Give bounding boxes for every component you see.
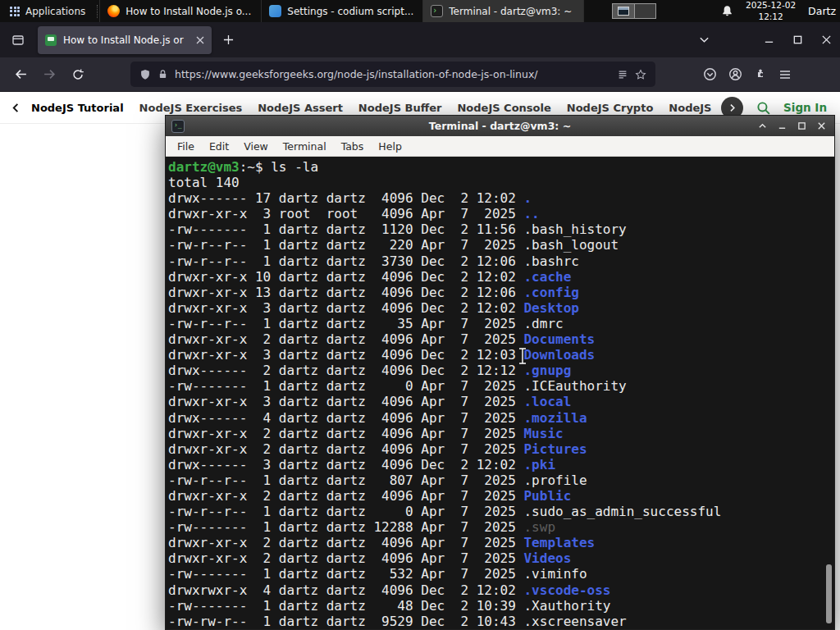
- sign-in-button[interactable]: Sign In: [783, 101, 827, 114]
- toolbar-right-icons: [703, 67, 792, 81]
- mini-window-icon: [618, 7, 629, 16]
- clock-time: 12:12: [746, 11, 796, 22]
- terminal-menu-file[interactable]: File: [171, 138, 201, 155]
- account-icon[interactable]: [728, 67, 742, 81]
- nav-item-5[interactable]: NodeJS Crypto: [567, 102, 654, 114]
- user-menu[interactable]: Dartz: [808, 5, 836, 17]
- terminal-menu-terminal[interactable]: Terminal: [276, 138, 333, 155]
- terminal-menu-tabs[interactable]: Tabs: [335, 138, 371, 155]
- window-maximize-button[interactable]: [792, 34, 803, 45]
- search-icon[interactable]: [756, 100, 771, 116]
- pocket-icon[interactable]: [703, 67, 717, 81]
- taskbar-item[interactable]: How to Install Node.js o...: [99, 0, 261, 22]
- taskbar: How to Install Node.js o...Settings - co…: [99, 0, 584, 22]
- tab-favicon: [45, 34, 57, 46]
- clock-date: 2025-12-02: [746, 0, 796, 11]
- nav-scroll-left-icon[interactable]: [11, 103, 21, 113]
- terminal-output[interactable]: dartz@vm3:~$ ls -latotal 140drwx------ 1…: [166, 157, 834, 629]
- tab-close-icon[interactable]: [196, 36, 204, 44]
- notification-bell-icon[interactable]: [721, 5, 733, 17]
- workspace-switcher[interactable]: [612, 3, 656, 19]
- top-panel: Applications How to Install Node.js o...…: [0, 0, 840, 22]
- terminal-line: drwxr-xr-x 3 dartz dartz 4096 Dec 2 12:0…: [168, 347, 834, 363]
- bookmark-star-icon[interactable]: [635, 69, 646, 80]
- terminal-window: Terminal - dartz@vm3: ~ FileEditViewTerm…: [165, 115, 835, 630]
- terminal-line: -rw-r--r-- 1 dartz dartz 807 Apr 7 2025 …: [168, 472, 834, 488]
- terminal-minimize-button[interactable]: [776, 120, 788, 132]
- terminal-line: drwxr-xr-x 3 root root 4096 Apr 7 2025 .…: [168, 206, 834, 221]
- terminal-line: drwxr-xr-x 3 dartz dartz 4096 Apr 7 2025…: [168, 394, 834, 409]
- firefox-icon: [107, 5, 120, 17]
- browser-tab[interactable]: How to Install Node.js or: [38, 26, 212, 54]
- terminal-line: -rw------- 1 dartz dartz 532 Apr 7 2025 …: [168, 566, 834, 582]
- vscodium-icon: [269, 5, 281, 17]
- terminal-maximize-button[interactable]: [796, 120, 808, 132]
- taskbar-item[interactable]: Settings - codium script...: [261, 0, 422, 22]
- site-nav-items: NodeJS TutorialNodeJS ExercisesNodeJS As…: [31, 102, 714, 114]
- nav-item-6[interactable]: NodeJS DNS: [669, 102, 714, 114]
- terminal-line: total 140: [168, 175, 834, 190]
- new-tab-button[interactable]: [223, 34, 234, 45]
- workspace-1[interactable]: [613, 4, 634, 18]
- reload-button[interactable]: [66, 62, 90, 87]
- terminal-window-buttons: [756, 120, 834, 132]
- forward-button[interactable]: [37, 62, 62, 87]
- terminal-line: -rw-r--r-- 1 dartz dartz 35 Apr 7 2025 .…: [168, 316, 834, 331]
- shield-icon[interactable]: [139, 69, 151, 80]
- applications-icon: [10, 7, 20, 16]
- terminal-line: dartz@vm3:~$ ls -la: [168, 159, 834, 175]
- window-minimize-button[interactable]: [764, 34, 774, 45]
- workspace-2[interactable]: [634, 4, 655, 18]
- back-button[interactable]: [8, 62, 33, 87]
- nav-item-0[interactable]: NodeJS Tutorial: [31, 102, 124, 114]
- extensions-icon[interactable]: [754, 68, 767, 81]
- terminal-line: drwx------ 3 dartz dartz 4096 Dec 2 12:0…: [168, 457, 834, 472]
- terminal-line: drwxr-xr-x 13 dartz dartz 4096 Dec 2 12:…: [168, 285, 834, 300]
- terminal-line: -rw-r--r-- 1 dartz dartz 0 Apr 7 2025 .s…: [168, 504, 834, 519]
- panel-separator: [97, 5, 98, 18]
- nav-item-4[interactable]: NodeJS Console: [457, 102, 550, 114]
- terminal-title: Terminal - dartz@vm3: ~: [166, 120, 834, 132]
- terminal-line: -rw------- 1 dartz dartz 48 Dec 2 10:39 …: [168, 598, 834, 614]
- lock-icon[interactable]: [158, 69, 168, 80]
- list-tabs-icon[interactable]: [699, 34, 710, 45]
- clock[interactable]: 2025-12-02 12:12: [746, 0, 796, 21]
- panel-right: 2025-12-02 12:12 Dartz: [721, 0, 840, 21]
- terminal-line: -rw-rw-r-- 1 dartz dartz 9529 Dec 2 10:4…: [168, 614, 834, 629]
- terminal-line: drwxr-xr-x 2 dartz dartz 4096 Apr 7 2025…: [168, 441, 834, 457]
- terminal-line: -rw-r--r-- 1 dartz dartz 220 Apr 7 2025 …: [168, 237, 834, 253]
- window-controls: [699, 34, 832, 45]
- terminal-line: -rw------- 1 dartz dartz 0 Apr 7 2025 .I…: [168, 378, 834, 394]
- firefox-view-icon[interactable]: [11, 34, 25, 47]
- taskbar-item-label: How to Install Node.js o...: [126, 6, 251, 17]
- terminal-titlebar[interactable]: Terminal - dartz@vm3: ~: [166, 116, 834, 136]
- url-bar[interactable]: https://www.geeksforgeeks.org/node-js/in…: [130, 62, 655, 87]
- nav-item-2[interactable]: NodeJS Assert: [258, 102, 343, 114]
- terminal-menu-help[interactable]: Help: [372, 138, 409, 155]
- terminal-scrollbar[interactable]: [826, 564, 832, 623]
- terminal-line: drwxr-xr-x 2 dartz dartz 4096 Apr 7 2025…: [168, 535, 834, 550]
- nav-item-1[interactable]: NodeJS Exercises: [139, 102, 243, 114]
- browser-toolbar: https://www.geeksforgeeks.org/node-js/in…: [0, 57, 840, 92]
- terminal-shade-button[interactable]: [756, 120, 769, 132]
- terminal-line: -rw-r--r-- 1 dartz dartz 3730 Dec 2 12:0…: [168, 253, 834, 269]
- nav-item-3[interactable]: NodeJS Buffer: [358, 102, 442, 114]
- terminal-close-button[interactable]: [815, 120, 828, 132]
- browser-tabbar: How to Install Node.js or: [0, 22, 840, 57]
- terminal-line: -rw------- 1 dartz dartz 1120 Dec 2 11:5…: [168, 221, 834, 237]
- taskbar-item-label: Terminal - dartz@vm3: ~: [449, 6, 572, 17]
- terminal-app-icon: [171, 120, 185, 133]
- terminal-menubar: FileEditViewTerminalTabsHelp: [166, 136, 834, 157]
- terminal-line: drwx------ 4 dartz dartz 4096 Apr 7 2025…: [168, 410, 834, 426]
- applications-menu[interactable]: Applications: [0, 0, 95, 22]
- taskbar-item[interactable]: Terminal - dartz@vm3: ~: [422, 0, 584, 22]
- reader-mode-icon[interactable]: [617, 69, 628, 80]
- terminal-menu-edit[interactable]: Edit: [203, 138, 235, 155]
- mouse-cursor: [517, 347, 528, 365]
- window-close-button[interactable]: [821, 34, 832, 45]
- tab-title: How to Install Node.js or: [63, 34, 189, 46]
- applications-label: Applications: [25, 6, 85, 17]
- menu-icon[interactable]: [778, 68, 792, 81]
- terminal-menu-view[interactable]: View: [237, 138, 275, 155]
- taskbar-item-label: Settings - codium script...: [287, 6, 413, 17]
